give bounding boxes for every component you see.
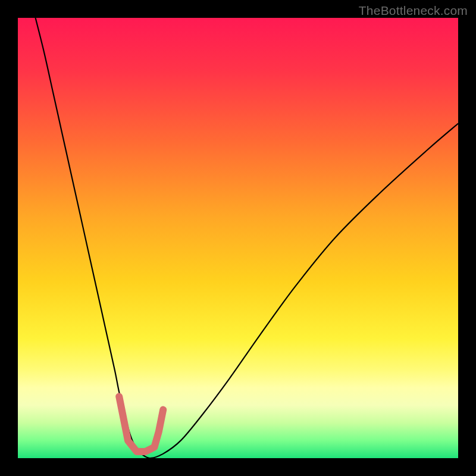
plot-area (18, 18, 458, 458)
curve-layer (18, 18, 458, 458)
chart-frame: TheBottleneck.com (0, 0, 476, 476)
watermark-text: TheBottleneck.com (359, 4, 468, 18)
bottleneck-curve (36, 18, 458, 458)
optimal-marker (119, 396, 163, 452)
